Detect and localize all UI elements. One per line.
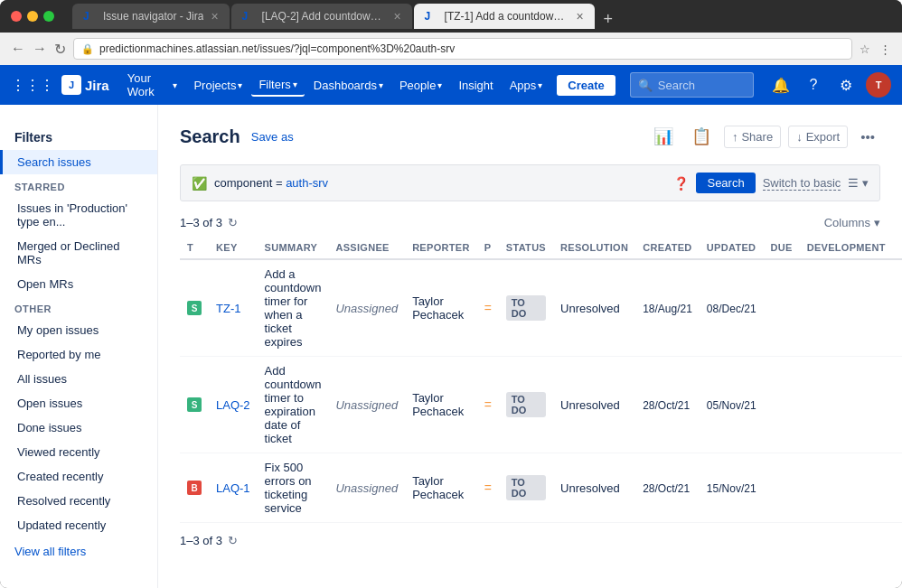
issue-key-link-1[interactable]: LAQ-2	[216, 398, 250, 412]
sidebar-item-created-recently[interactable]: Created recently	[0, 464, 157, 489]
col-priority[interactable]: P	[477, 237, 499, 259]
col-reporter[interactable]: Reporter	[405, 237, 477, 259]
jira-logo-icon: J	[61, 75, 81, 95]
export-button[interactable]: ↓ Export	[788, 126, 848, 148]
cell-summary-2: Fix 500 errors on ticketing service	[258, 453, 329, 523]
tab-close-3[interactable]: ×	[576, 9, 583, 23]
traffic-lights	[11, 11, 54, 22]
reporter-text-2: Taylor Pechacek	[412, 474, 464, 501]
columns-button[interactable]: Columns ▾	[824, 216, 880, 229]
sidebar-item-starred-2[interactable]: Merged or Declined MRs	[0, 234, 157, 272]
sidebar-item-open-issues[interactable]: Open issues	[0, 391, 157, 415]
help-circle-icon[interactable]: ❓	[673, 176, 689, 191]
page-title: Search	[180, 126, 240, 147]
cell-key-0: TZ-1	[209, 259, 258, 357]
sidebar-item-starred-1[interactable]: Issues in 'Production' type en...	[0, 196, 157, 234]
nav-search-box[interactable]: 🔍 Search	[630, 72, 754, 98]
nav-apps[interactable]: Apps ▾	[503, 75, 550, 96]
user-avatar[interactable]: T	[866, 72, 891, 98]
save-as-button[interactable]: Save as	[251, 130, 294, 144]
col-assignee[interactable]: Assignee	[328, 237, 405, 259]
issue-key-link-2[interactable]: LAQ-1	[216, 481, 250, 495]
assignee-text-2: Unassigned	[335, 481, 398, 495]
sidebar-item-all-issues[interactable]: All issues	[0, 367, 157, 391]
browser-window: J Issue navigator - Jira × J [LAQ-2] Add…	[0, 0, 902, 588]
col-key[interactable]: Key	[209, 237, 258, 259]
close-button[interactable]	[11, 11, 22, 22]
main-layout: Filters Search issues STARRED Issues in …	[0, 105, 902, 588]
more-actions-icon[interactable]: •••	[855, 126, 880, 148]
content-header-right: 📊 📋 ↑ Share ↓ Export •••	[648, 123, 880, 150]
sidebar-item-starred-3[interactable]: Open MRs	[0, 272, 157, 296]
issue-summary-link-0[interactable]: Add a countdown timer for when a ticket …	[265, 267, 322, 349]
cell-type-2: B	[180, 453, 209, 523]
sidebar-heading: Filters	[0, 119, 157, 150]
browser-tab-1[interactable]: J Issue navigator - Jira ×	[72, 4, 230, 29]
notifications-icon[interactable]: 🔔	[768, 72, 794, 98]
help-icon[interactable]: ?	[801, 72, 826, 98]
address-bar[interactable]: 🔒 predictionmachines.atlassian.net/issue…	[73, 38, 852, 60]
back-button[interactable]: ←	[11, 41, 25, 57]
table-row: S TZ-1 Add a countdown timer for when a …	[180, 259, 902, 357]
browser-toolbar-actions: ☆ ⋮	[860, 42, 891, 56]
sidebar-item-updated-recently[interactable]: Updated recently	[0, 513, 157, 537]
col-resolution[interactable]: Resolution	[553, 237, 635, 259]
tab-close-2[interactable]: ×	[393, 9, 400, 23]
nav-insight[interactable]: Insight	[451, 75, 500, 96]
cell-priority-2: =	[477, 453, 499, 523]
view-toggle-button[interactable]: ☰ ▾	[848, 176, 869, 190]
switch-to-basic-link[interactable]: Switch to basic	[763, 176, 841, 191]
sidebar-item-my-open-issues[interactable]: My open issues	[0, 318, 157, 342]
status-badge-0: TO DO	[506, 295, 546, 321]
bookmark-icon[interactable]: ☆	[860, 42, 870, 56]
minimize-button[interactable]	[27, 11, 38, 22]
browser-tab-2[interactable]: J [LAQ-2] Add countdown timer... ×	[231, 4, 412, 29]
search-button[interactable]: Search	[696, 173, 755, 193]
col-updated[interactable]: Updated	[700, 237, 764, 259]
col-status[interactable]: Status	[499, 237, 553, 259]
grid-icon[interactable]: ⋮⋮⋮	[11, 77, 54, 94]
create-button[interactable]: Create	[557, 75, 615, 96]
cell-assignee-0: Unassigned	[328, 259, 405, 357]
issue-summary-link-1[interactable]: Add countdown timer to expiration date o…	[265, 364, 322, 445]
sidebar-item-done-issues[interactable]: Done issues	[0, 415, 157, 440]
maximize-button[interactable]	[43, 11, 54, 22]
reload-button[interactable]: ↻	[54, 41, 66, 58]
new-tab-button[interactable]: +	[597, 10, 621, 29]
auth-srv-link[interactable]: auth-srv	[286, 176, 328, 190]
issue-type-icon-2: B	[187, 481, 202, 495]
forward-button[interactable]: →	[33, 41, 47, 57]
excel-icon[interactable]: 📊	[648, 123, 679, 150]
search-icon: 🔍	[638, 79, 653, 92]
updated-date-0: 08/Dec/21	[707, 303, 756, 315]
sidebar-item-viewed-recently[interactable]: Viewed recently	[0, 440, 157, 464]
share-button[interactable]: ↑ Share	[724, 126, 781, 148]
sidebar-item-search-issues[interactable]: Search issues	[0, 150, 157, 174]
col-due[interactable]: Due	[764, 237, 800, 259]
sidebar-view-all-filters[interactable]: View all filters	[0, 537, 157, 565]
col-created[interactable]: Created	[635, 237, 700, 259]
refresh-icon[interactable]: ↻	[228, 216, 238, 229]
sidebar-item-resolved-recently[interactable]: Resolved recently	[0, 489, 157, 513]
nav-your-work[interactable]: Your Work ▾	[120, 68, 185, 102]
browser-tab-3[interactable]: J [TZ-1] Add a countdown timer... ×	[414, 4, 595, 29]
nav-dashboards[interactable]: Dashboards ▾	[306, 75, 390, 96]
col-summary[interactable]: Summary	[258, 237, 329, 259]
nav-filters[interactable]: Filters ▾	[251, 74, 304, 97]
col-type[interactable]: T	[180, 237, 209, 259]
footer-refresh-icon[interactable]: ↻	[228, 534, 238, 547]
sidebar-item-reported-by-me[interactable]: Reported by me	[0, 342, 157, 367]
issue-key-link-0[interactable]: TZ-1	[216, 302, 240, 315]
columns-chevron-icon: ▾	[874, 216, 880, 229]
settings-icon[interactable]: ⚙	[833, 72, 859, 98]
csv-icon[interactable]: 📋	[686, 123, 717, 150]
apps-chevron: ▾	[538, 80, 542, 90]
issue-summary-link-2[interactable]: Fix 500 errors on ticketing service	[265, 461, 312, 515]
col-development[interactable]: Development	[800, 237, 893, 259]
search-bar-right: ❓ Search Switch to basic ☰ ▾	[673, 173, 869, 193]
jira-logo[interactable]: J Jira	[61, 75, 109, 95]
tab-close-1[interactable]: ×	[211, 9, 218, 23]
more-options-icon[interactable]: ⋮	[879, 42, 891, 56]
nav-projects[interactable]: Projects ▾	[186, 75, 249, 96]
nav-people[interactable]: People ▾	[392, 75, 449, 96]
